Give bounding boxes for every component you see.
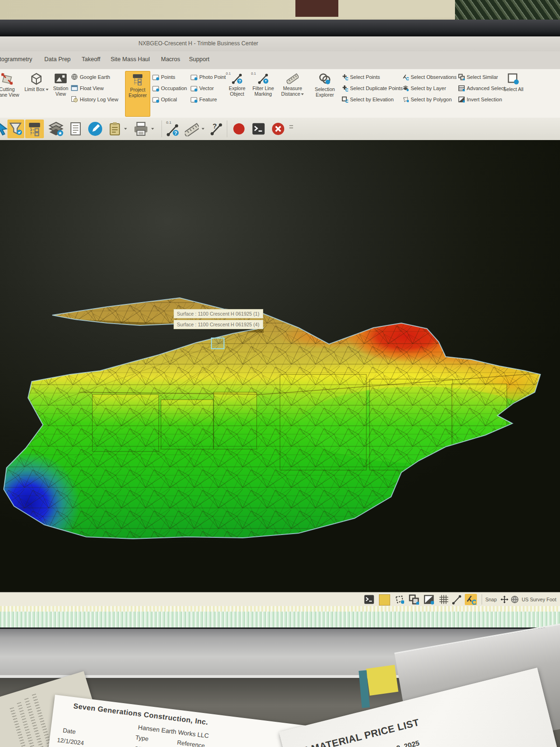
select-all-icon [507,73,519,85]
dropdown-caret[interactable] [151,128,154,130]
photo-point-button[interactable]: Photo Point [190,73,226,80]
statusbar-divider [482,594,482,605]
globe-icon[interactable] [511,595,519,604]
ruler-icon[interactable] [185,122,199,136]
photo-point-icon [190,74,197,80]
unit-label[interactable]: US Survey Foot [522,597,556,602]
select-duplicate-points-button[interactable]: Select Duplicate Points [342,85,403,92]
selection-box-marker[interactable] [211,338,224,349]
select-all-button[interactable]: Select All [503,73,524,92]
occupation-button[interactable]: Occupation [152,85,187,92]
optical-button[interactable]: Optical [152,96,177,103]
command-console-icon[interactable] [252,122,265,135]
vector-icon [190,85,197,92]
measure-help-icon[interactable]: ? [210,122,223,135]
filter-line-marking-button[interactable]: 0.1 Filter Line Marking [251,73,275,97]
angle-snap-icon[interactable] [466,594,476,605]
tab-data-prep[interactable]: Data Prep [44,56,70,63]
history-log-view-button[interactable]: History Log View [71,96,118,103]
tab-photogrammetry[interactable]: otogrammetry [0,56,32,63]
tooltip-line: Surface : 1100 Crescent H 061925 (1) [174,309,263,318]
grid-icon[interactable] [439,594,449,605]
invoice-col-type: Type [135,734,149,742]
dropdown-caret[interactable] [202,128,204,130]
dropdown-caret [301,93,304,95]
svg-text:?: ? [174,130,177,136]
advanced-select-button[interactable]: Advanced Select [458,85,505,92]
surface-model[interactable] [0,140,560,592]
select-cursor-icon[interactable] [0,121,10,136]
select-points-icon [342,74,348,80]
surface-fill [0,294,560,559]
pan-icon[interactable] [500,595,509,604]
tab-macros[interactable]: Macros [161,56,180,63]
snap-label[interactable]: Snap [485,597,497,602]
filter-icon[interactable] [9,122,22,136]
explore-object-icon: ? [231,73,243,84]
invoice-col-reference: Reference [177,739,205,747]
layers-icon[interactable] [49,121,63,136]
points-button[interactable]: Points [152,73,175,80]
scale-badge: 0.1 [251,72,256,76]
limit-box-button[interactable]: Limit Box [24,73,49,92]
clipboard-icon[interactable] [108,121,121,136]
select-observations-button[interactable]: Select Observations [402,73,456,80]
select-points-button[interactable]: Select Points [342,73,380,80]
select-by-elevation-icon [342,96,348,103]
measure-distance-button[interactable]: Measure Distance [279,73,306,97]
station-view-button[interactable]: Station View [49,73,72,97]
corner-snap-icon[interactable] [424,594,434,605]
tab-support[interactable]: Support [189,56,210,63]
select-by-layer-icon [402,85,409,92]
project-explorer-button[interactable]: Project Explorer [125,71,150,117]
window-title: NXBGEO-Crescent H - Trimble Business Cen… [139,40,259,47]
select-observations-icon [402,74,409,80]
select-by-polygon-button[interactable]: Select by Polygon [402,96,452,103]
project-explorer-icon[interactable] [28,121,41,136]
screen-reflection-band [0,606,560,612]
3d-viewport[interactable]: Surface : 1100 Crescent H 061925 (1) Sur… [0,140,560,592]
close-icon[interactable] [272,122,285,135]
folder-icon[interactable] [379,594,390,606]
measure-icon[interactable] [452,594,462,605]
selection-explorer-icon [319,73,331,85]
google-earth-button[interactable]: Google Earth [71,73,110,80]
invoice-col-date: Date [63,727,76,735]
invert-selection-button[interactable]: Invert Selection [458,96,502,103]
limit-box-icon [30,73,42,85]
ribbon: Cutting Plane View Limit Box Station Vie… [0,69,560,118]
points-icon [152,74,159,80]
explore-object-button[interactable]: 0.1 ? Explore Object [226,73,248,97]
select-by-layer-button[interactable]: Select by Layer [402,85,446,92]
print-icon[interactable] [133,121,148,136]
float-view-button[interactable]: Float View [71,85,104,92]
annotate-pen-icon[interactable] [88,121,103,136]
optical-icon [152,96,159,103]
overflow-handle[interactable] [289,125,293,126]
filter-line-marking-icon [258,73,269,84]
record-icon[interactable] [233,123,245,134]
project-explorer-icon [132,73,143,85]
select-similar-button[interactable]: Select Similar [458,73,498,80]
object-snap-icon[interactable] [409,594,419,605]
toolbar-divider [227,120,227,137]
door-panel [338,0,455,18]
console-icon[interactable] [364,594,374,605]
tab-takeoff[interactable]: Takeoff [82,56,100,63]
door-frame [295,0,338,17]
selection-explorer-button[interactable]: Selection Explorer [312,73,338,98]
new-document-icon[interactable] [69,121,82,136]
vector-button[interactable]: Vector [190,85,214,92]
feature-button[interactable]: Feature [190,96,217,103]
select-by-elevation-button[interactable]: Select by Elevation [342,96,394,103]
overflow-handle [289,127,293,128]
cutting-plane-view-button[interactable]: Cutting Plane View [0,73,21,98]
tab-site-mass-haul[interactable]: Site Mass Haul [111,56,150,63]
measure-point-icon[interactable]: ? [166,123,179,136]
sticky-note [366,665,398,696]
advanced-select-icon [458,85,465,92]
polygon-snap-icon[interactable] [394,594,404,605]
statusbar: Snap US Survey Foot [0,592,560,606]
dropdown-caret[interactable] [124,128,127,130]
float-view-icon [71,85,78,92]
